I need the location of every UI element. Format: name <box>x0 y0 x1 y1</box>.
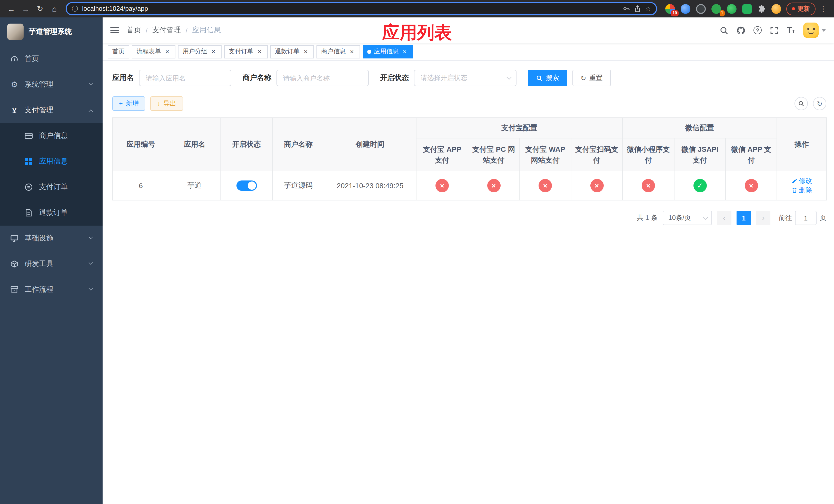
app-name-label: 应用名 <box>112 73 134 83</box>
bookmark-star-icon[interactable]: ☆ <box>645 5 651 12</box>
sidebar-item-merchant-info[interactable]: 商户信息 <box>0 123 103 149</box>
extension-icon-2[interactable] <box>681 4 690 14</box>
close-icon[interactable]: × <box>163 48 171 55</box>
dashboard-icon <box>10 55 19 63</box>
app-table: 应用编号 应用名 开启状态 商户名称 创建时间 支付宝配置 微信配置 操作 支付… <box>112 117 827 201</box>
app-logo[interactable]: 芋道管理系统 <box>0 18 103 46</box>
document-icon <box>25 209 33 217</box>
back-icon[interactable]: ← <box>5 3 18 15</box>
font-size-icon[interactable]: TT <box>787 26 795 35</box>
close-icon[interactable]: × <box>256 48 263 55</box>
tab-process-form[interactable]: 流程表单 × <box>132 45 175 58</box>
close-icon[interactable]: × <box>302 48 309 55</box>
add-button[interactable]: + 新增 <box>112 96 146 111</box>
site-info-icon[interactable]: ⓘ <box>72 4 78 13</box>
extension-icon-1[interactable]: 10 <box>665 4 675 14</box>
close-icon[interactable]: × <box>348 48 355 55</box>
sidebar-item-system[interactable]: ⚙ 系统管理 <box>0 72 103 97</box>
cell-app-name: 芋道 <box>169 171 220 200</box>
sidebar-item-pay-orders[interactable]: 支付订单 <box>0 174 103 200</box>
forward-icon[interactable]: → <box>20 3 32 15</box>
toggle-search-button[interactable] <box>794 97 808 110</box>
home-icon[interactable]: ⌂ <box>48 3 61 15</box>
reset-button[interactable]: ↻ 重置 <box>572 70 611 86</box>
export-button[interactable]: ↓ 导出 <box>151 96 183 111</box>
chevron-down-icon <box>89 260 93 265</box>
browser-profile-avatar[interactable] <box>771 4 781 14</box>
card-icon <box>25 132 33 140</box>
menu-fold-icon[interactable] <box>103 18 127 43</box>
tab-user-group[interactable]: 用户分组 × <box>178 45 222 58</box>
extension-badge: 1 <box>719 10 725 16</box>
extension-icon-4[interactable]: 1 <box>711 4 721 14</box>
sidebar-item-app-info[interactable]: 应用信息 <box>0 149 103 174</box>
col-alipay-app: 支付宝 APP 支付 <box>416 138 468 171</box>
share-icon[interactable] <box>634 5 641 12</box>
password-key-icon[interactable] <box>623 5 630 12</box>
extension-icon-3[interactable] <box>696 4 706 14</box>
next-page-button[interactable]: › <box>756 211 770 225</box>
extension-icon-5[interactable] <box>727 4 737 14</box>
page-size-select[interactable]: 10条/页 <box>663 211 712 225</box>
user-menu[interactable] <box>803 23 826 38</box>
help-icon[interactable]: ? <box>753 26 762 35</box>
page-size-value: 10条/页 <box>668 213 691 223</box>
goto-page-input[interactable] <box>795 211 816 225</box>
tab-app-info[interactable]: 应用信息 × <box>363 45 413 58</box>
sidebar-item-dev-tools[interactable]: 研发工具 <box>0 251 103 277</box>
close-icon[interactable]: × <box>401 48 408 55</box>
col-merchant: 商户名称 <box>272 118 324 171</box>
status-select[interactable]: 请选择开启状态 <box>414 70 517 86</box>
cell-ops: 修改 删除 <box>777 171 827 200</box>
tab-merchant-info[interactable]: 商户信息 × <box>316 45 360 58</box>
main-area: 首页 / 支付管理 / 应用信息 ? <box>103 18 834 504</box>
disabled-status-icon: × <box>745 179 758 192</box>
page-1-button[interactable]: 1 <box>737 211 751 225</box>
workspace: 芋道管理系统 首页 ⚙ 系统管理 ¥ 支付管理 <box>0 18 834 504</box>
col-status: 开启状态 <box>220 118 272 171</box>
url-text[interactable]: localhost:1024/pay/app <box>82 5 619 12</box>
sidebar-item-label: 支付管理 <box>25 106 53 115</box>
sidebar-item-home[interactable]: 首页 <box>0 46 103 72</box>
github-icon[interactable] <box>737 26 745 35</box>
chevron-down-icon <box>506 75 512 80</box>
tab-pay-orders[interactable]: 支付订单 × <box>224 45 268 58</box>
cell-alipay-app: × <box>416 171 468 200</box>
tab-home[interactable]: 首页 <box>108 45 129 58</box>
sidebar-item-label: 首页 <box>25 54 39 64</box>
header-actions: ? TT <box>720 23 834 38</box>
delete-button[interactable]: 删除 <box>791 186 812 195</box>
cell-alipay-wap: × <box>519 171 571 200</box>
extensions-puzzle-icon[interactable] <box>758 5 766 13</box>
tab-refund-orders[interactable]: 退款订单 × <box>270 45 314 58</box>
prev-page-button[interactable]: ‹ <box>717 211 731 225</box>
reset-button-label: 重置 <box>589 73 603 83</box>
table-toolbar: + 新增 ↓ 导出 ↻ <box>112 96 826 111</box>
status-select-placeholder: 请选择开启状态 <box>421 73 467 83</box>
breadcrumb-payment[interactable]: 支付管理 <box>152 26 181 35</box>
refresh-table-button[interactable]: ↻ <box>813 97 826 110</box>
sidebar-item-payment[interactable]: ¥ 支付管理 <box>0 97 103 123</box>
tab-label: 支付订单 <box>229 47 254 56</box>
search-button[interactable]: 搜索 <box>528 70 567 86</box>
fullscreen-icon[interactable] <box>770 26 778 35</box>
app-name-input[interactable] <box>139 70 231 86</box>
col-wx-app: 微信 APP 支付 <box>725 138 777 171</box>
close-icon[interactable]: × <box>210 48 217 55</box>
search-icon[interactable] <box>720 26 728 35</box>
address-bar[interactable]: ⓘ localhost:1024/pay/app ☆ <box>66 2 657 15</box>
status-toggle[interactable] <box>236 181 257 191</box>
sidebar-item-refund-orders[interactable]: 退款订单 <box>0 200 103 226</box>
browser-update-button[interactable]: 更新 <box>786 2 815 15</box>
sidebar-item-infrastructure[interactable]: 基础设施 <box>0 226 103 251</box>
reload-icon[interactable]: ↻ <box>34 3 46 15</box>
sidebar-item-workflow[interactable]: 工作流程 <box>0 277 103 302</box>
edit-button[interactable]: 修改 <box>791 176 812 186</box>
extension-icon-6[interactable] <box>742 4 752 14</box>
breadcrumb-home[interactable]: 首页 <box>127 26 141 35</box>
browser-menu-icon[interactable]: ⋮ <box>818 5 829 13</box>
sidebar-item-label: 工作流程 <box>25 285 53 294</box>
edit-label: 修改 <box>799 176 812 186</box>
cell-wx-app: × <box>725 171 777 200</box>
merchant-name-input[interactable] <box>277 70 369 86</box>
